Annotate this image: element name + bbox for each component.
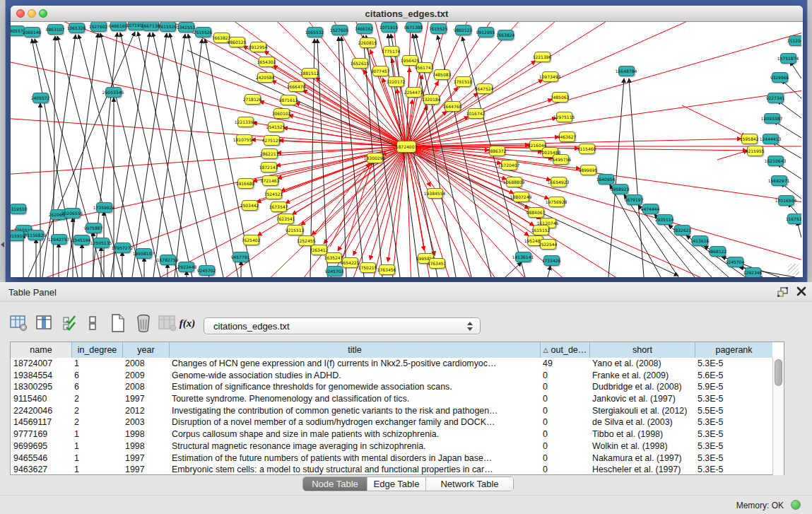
table-cell[interactable]: 1998 bbox=[122, 428, 169, 440]
column-header-in_degree[interactable]: in_degree bbox=[71, 342, 122, 358]
column-header-name[interactable]: name bbox=[11, 342, 71, 358]
table-row[interactable]: 946362711997Embryonic stem cells: a mode… bbox=[11, 464, 772, 476]
table-cell[interactable]: Tibbo et al. (1998) bbox=[589, 428, 695, 440]
network-node[interactable]: 7623541 bbox=[278, 214, 294, 224]
table-cell[interactable]: 2 bbox=[71, 405, 122, 417]
network-node[interactable]: 7263412 bbox=[311, 245, 327, 255]
network-node[interactable]: 1016742 bbox=[468, 108, 484, 119]
table-vertical-scrollbar[interactable] bbox=[772, 358, 784, 475]
network-node[interactable]: 1733426 bbox=[543, 255, 560, 266]
network-node[interactable]: 2260815 bbox=[360, 37, 376, 48]
network-node[interactable]: 1763456 bbox=[379, 264, 395, 275]
table-cell[interactable]: Jankovic et al. (1997) bbox=[589, 393, 695, 405]
network-node[interactable]: 7663824 bbox=[498, 30, 514, 40]
network-node[interactable]: 16495756 bbox=[553, 154, 569, 165]
network-node[interactable]: 1615152 bbox=[533, 225, 549, 235]
network-node[interactable]: 15692971 bbox=[771, 175, 787, 186]
table-cell[interactable]: 2003 bbox=[122, 416, 169, 428]
network-node[interactable]: 16210643 bbox=[767, 156, 784, 166]
network-node[interactable]: 9474444 bbox=[642, 204, 659, 214]
network-node[interactable]: 2405572 bbox=[33, 93, 49, 103]
network-node[interactable]: 9077457 bbox=[372, 66, 389, 76]
network-node[interactable]: 17359924 bbox=[96, 202, 112, 213]
network-node[interactable]: 1065328 bbox=[69, 23, 85, 33]
network-node[interactable]: 3915910 bbox=[11, 230, 24, 241]
delete-table-disabled-icon[interactable] bbox=[157, 313, 178, 334]
table-cell[interactable]: Disruption of a novel member of a sodium… bbox=[169, 416, 540, 428]
network-node[interactable]: 7466162 bbox=[356, 23, 372, 34]
table-cell[interactable]: 5.3E-5 bbox=[695, 416, 772, 428]
network-node[interactable]: 1654302 bbox=[259, 57, 275, 67]
network-node[interactable]: 1320184 bbox=[423, 94, 440, 105]
table-selector-dropdown[interactable]: citations_edges.txt bbox=[204, 317, 481, 334]
column-header-out_de[interactable]: △out_de… bbox=[540, 342, 589, 358]
table-cell[interactable]: 0 bbox=[540, 405, 589, 417]
row-height-icon[interactable] bbox=[82, 313, 103, 334]
network-node[interactable]: 9899695 bbox=[580, 165, 596, 175]
table-cell[interactable]: Genome-wide association studies in ADHD. bbox=[169, 370, 540, 382]
network-node[interactable]: 7515526 bbox=[195, 27, 211, 37]
column-header-title[interactable]: title bbox=[169, 342, 540, 358]
table-cell[interactable]: 9465546 bbox=[11, 452, 71, 465]
network-node[interactable]: 1763451 bbox=[429, 258, 445, 269]
network-node[interactable]: 12975115 bbox=[556, 112, 572, 122]
network-node[interactable]: 7615526 bbox=[160, 22, 176, 32]
table-row[interactable]: 2242004622012Investigating the contribut… bbox=[11, 405, 772, 417]
table-row[interactable]: 946554611997Estimation of the future num… bbox=[11, 452, 772, 465]
network-node[interactable]: 1112045 bbox=[789, 35, 802, 46]
network-node[interactable]: 2935114 bbox=[657, 214, 673, 225]
table-cell[interactable]: 0 bbox=[540, 370, 589, 382]
close-panel-icon[interactable] bbox=[796, 286, 806, 296]
network-canvas[interactable]: 1830029519384554766382298601258912954165… bbox=[11, 22, 801, 277]
network-node[interactable]: 17957272 bbox=[114, 243, 131, 253]
network-node[interactable]: 1775174 bbox=[383, 46, 399, 57]
table-cell[interactable]: 0 bbox=[540, 381, 589, 393]
network-node[interactable]: 1666470 bbox=[288, 81, 305, 92]
network-node[interactable]: 1221396 bbox=[534, 52, 551, 62]
network-node[interactable]: 19958107 bbox=[136, 248, 152, 259]
table-cell[interactable]: 2008 bbox=[122, 381, 169, 393]
network-node[interactable]: 1167533 bbox=[787, 214, 802, 224]
network-node[interactable]: 8721463 bbox=[262, 175, 278, 186]
table-row[interactable]: 1938455462009Genome-wide association stu… bbox=[11, 370, 772, 382]
network-node[interactable]: 1644760 bbox=[445, 101, 461, 112]
network-node[interactable]: 10973493 bbox=[542, 71, 558, 82]
network-node[interactable]: 8912955 bbox=[478, 27, 494, 37]
network-node[interactable]: 1640954 bbox=[598, 174, 614, 185]
scrollbar-thumb[interactable] bbox=[775, 359, 782, 386]
network-node[interactable]: 8958923 bbox=[612, 184, 628, 194]
network-node[interactable]: 3319510 bbox=[11, 204, 26, 214]
network-node[interactable]: 4275125 bbox=[264, 135, 280, 146]
table-cell[interactable]: 1 bbox=[71, 358, 122, 370]
network-node[interactable]: 8912954 bbox=[250, 42, 266, 52]
network-node[interactable]: 1881512 bbox=[302, 68, 318, 78]
table-row[interactable]: 969969511998Structural magnetic resonanc… bbox=[11, 440, 772, 452]
table-cell[interactable]: 0 bbox=[540, 440, 589, 452]
network-node[interactable]: 9215955 bbox=[747, 146, 763, 156]
network-node[interactable]: 12213394 bbox=[237, 117, 254, 127]
network-node[interactable]: 2871613 bbox=[281, 95, 297, 105]
network-node[interactable]: 1673547 bbox=[271, 201, 287, 212]
network-node[interactable]: 16654923 bbox=[551, 177, 567, 187]
table-cell[interactable]: 18724007 bbox=[11, 358, 71, 370]
network-node[interactable]: 12093387 bbox=[764, 113, 780, 124]
network-node[interactable]: 10688809 bbox=[506, 177, 522, 187]
network-node[interactable]: 1595842 bbox=[741, 134, 758, 144]
table-cell[interactable]: 1997 bbox=[122, 393, 169, 405]
network-node[interactable]: 2541525 bbox=[268, 122, 284, 132]
network-node[interactable]: 7625402 bbox=[243, 235, 259, 245]
network-node[interactable]: 1750215 bbox=[360, 262, 376, 273]
table-cell[interactable]: Structural magnetic resonance image aver… bbox=[169, 440, 540, 452]
table-cell[interactable]: 9115460 bbox=[11, 393, 71, 405]
column-visibility-icon[interactable] bbox=[34, 313, 55, 334]
network-node[interactable]: 9463627 bbox=[559, 132, 575, 142]
network-node[interactable]: 1071915 bbox=[381, 22, 397, 33]
network-node[interactable]: 12444413 bbox=[763, 134, 779, 144]
table-cell[interactable]: Wolkin et al. (1998) bbox=[589, 440, 695, 452]
table-cell[interactable]: 6 bbox=[71, 370, 122, 382]
table-cell[interactable]: Estimation of the future numbers of pati… bbox=[169, 452, 540, 465]
network-node[interactable]: 1916680 bbox=[237, 178, 254, 189]
table-cell[interactable]: 0 bbox=[540, 393, 589, 405]
table-cell[interactable]: 1997 bbox=[122, 452, 169, 465]
table-cell[interactable]: Estimation of significance thresholds fo… bbox=[169, 381, 540, 393]
